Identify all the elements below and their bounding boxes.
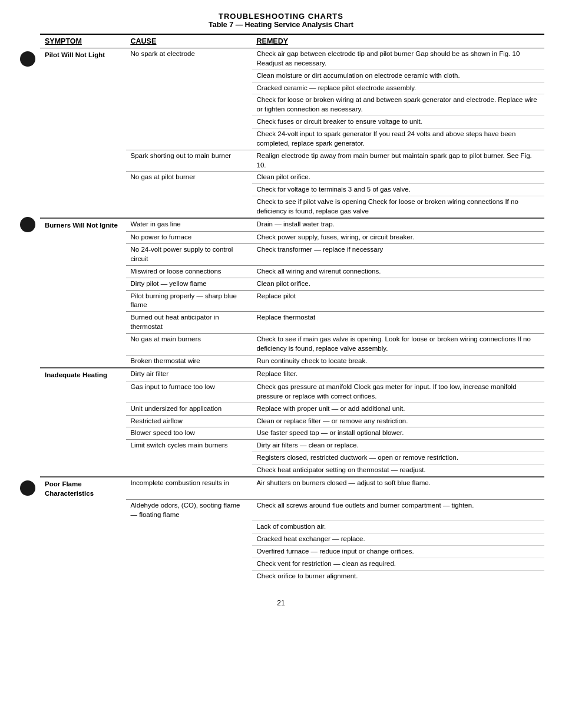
cause-label: Blower speed too low [131, 429, 195, 436]
table-row: No gas at main burnersCheck to see if ma… [40, 333, 544, 355]
remedy-text: Check gas pressure at manifold Clock gas… [257, 383, 517, 400]
remedy-text: Check fuses or circuit breaker to ensure… [257, 118, 422, 125]
cause-label: Dirty air filter [131, 370, 169, 377]
troubleshooting-table: SYMPTOM CAUSE REMEDY Pilot Will Not Ligh… [40, 34, 544, 582]
table-row: Restricted airflowClean or replace filte… [40, 415, 544, 427]
table-row: No gas at pilot burnerClean pilot orific… [40, 172, 544, 184]
remedy-text: Overfired furnace — reduce input or chan… [257, 548, 414, 555]
remedy-text: Check 24-volt input to spark generator I… [257, 130, 516, 147]
remedy-text: Cracked ceramic — replace pilot electrod… [257, 84, 416, 91]
remedy-text: Drain — install water trap. [257, 220, 335, 228]
remedy-text: Clean pilot orifice. [257, 280, 310, 287]
remedy-text: Dirty air filters — clean or replace. [257, 442, 359, 449]
remedy-text: Check vent for restriction — clean as re… [257, 560, 396, 567]
remedy-text: Check air gap between electrode tip and … [257, 50, 520, 67]
main-table-wrapper: SYMPTOM CAUSE REMEDY Pilot Will Not Ligh… [40, 34, 544, 588]
section-bullet [20, 217, 35, 232]
remedy-text: Cracked heat exchanger — replace. [257, 535, 365, 542]
section-bullet [20, 480, 35, 496]
table-row: Check to see if pilot valve is opening C… [40, 196, 544, 218]
table-row: Cracked heat exchanger — replace. [40, 533, 544, 546]
table-row: Limit switch cycles main burnersDirty ai… [40, 440, 544, 452]
remedy-text: Check all screws around flue outlets and… [257, 502, 474, 509]
remedy-text: Check to see if pilot valve is opening C… [257, 198, 518, 215]
table-row: Check fuses or circuit breaker to ensure… [40, 116, 544, 129]
cause-label: Miswired or loose connections [131, 268, 222, 275]
table-row: Blower speed too lowUse faster speed tap… [40, 427, 544, 440]
remedy-text: Replace filter. [257, 370, 298, 377]
table-row: Poor Flame CharacteristicsIncomplete com… [40, 477, 544, 500]
symptom-label: Pilot Will Not Light [45, 51, 105, 58]
cause-label: Water in gas line [131, 220, 181, 228]
remedy-text: Clean moisture or dirt accumulation on e… [257, 72, 460, 79]
remedy-text: Check all wiring and wirenut connections… [257, 268, 381, 275]
table-row: Spark shorting out to main burnerRealign… [40, 150, 544, 172]
section-bullet [20, 51, 35, 67]
remedy-text: Check to see if main gas valve is openin… [257, 335, 531, 352]
table-row: Check for voltage to terminals 3 and 5 o… [40, 184, 544, 196]
table-row: No power to furnaceCheck power supply, f… [40, 232, 544, 244]
table-row: No 24-volt power supply to control circu… [40, 244, 544, 266]
table-row: Aldehyde odors, (CO), sooting flame — fl… [40, 500, 544, 521]
table-row: Dirty pilot — yellow flameClean pilot or… [40, 278, 544, 290]
cause-label: No spark at electrode [131, 50, 195, 57]
page-header: TROUBLESHOOTING CHARTS Table 7 — Heating… [18, 12, 544, 29]
symptom-header: SYMPTOM [40, 34, 126, 48]
remedy-text: Clean pilot orifice. [257, 173, 310, 180]
page-number: 21 [18, 599, 544, 607]
cause-label: Aldehyde odors, (CO), sooting flame — fl… [131, 502, 240, 518]
remedy-text: Clean or replace filter — or remove any … [257, 417, 408, 424]
table-row: Check for loose or broken wiring at and … [40, 94, 544, 116]
remedy-text: Air shutters on burners closed — adjust … [257, 479, 431, 486]
symptom-label: Poor Flame Characteristics [45, 480, 94, 497]
cause-label: Dirty pilot — yellow flame [131, 280, 207, 287]
remedy-text: Replace thermostat [257, 314, 316, 321]
table-row: Pilot burning properly — sharp blue flam… [40, 290, 544, 312]
remedy-text: Check transformer — replace if necessary [257, 246, 384, 253]
remedy-text: Registers closed, restricted ductwork — … [257, 454, 459, 461]
table-row: Check 24-volt input to spark generator I… [40, 129, 544, 150]
remedy-text: Run continuity check to locate break. [257, 357, 368, 364]
table-row: Burners Will Not IgniteWater in gas line… [40, 218, 544, 232]
cause-label: Limit switch cycles main burners [131, 442, 228, 449]
remedy-text: Use faster speed tap — or install option… [257, 429, 404, 436]
cause-label: No 24-volt power supply to control circu… [131, 246, 233, 262]
cause-label: Restricted airflow [131, 417, 183, 424]
cause-label: Pilot burning properly — sharp blue flam… [131, 292, 237, 309]
cause-label: No gas at pilot burner [131, 173, 196, 180]
page-subtitle: Table 7 — Heating Service Analysis Chart [18, 21, 544, 29]
table-row: Registers closed, restricted ductwork — … [40, 452, 544, 465]
remedy-text: Check for voltage to terminals 3 and 5 o… [257, 186, 411, 193]
remedy-text: Check heat anticipator setting on thermo… [257, 466, 426, 473]
bullet-column [18, 34, 40, 582]
table-row: Inadequate HeatingDirty air filterReplac… [40, 368, 544, 381]
table-row: Gas input to furnace too lowCheck gas pr… [40, 381, 544, 403]
table-row: Check orifice to burner alignment. [40, 570, 544, 582]
remedy-text: Replace with proper unit — or add additi… [257, 405, 405, 412]
cause-label: Broken thermostat wire [131, 357, 200, 364]
table-row: Lack of combustion air. [40, 521, 544, 533]
table-row: Cracked ceramic — replace pilot electrod… [40, 82, 544, 94]
table-row: Pilot Will Not LightNo spark at electrod… [40, 48, 544, 70]
cause-label: Spark shorting out to main burner [131, 152, 232, 159]
table-row: Clean moisture or dirt accumulation on e… [40, 70, 544, 82]
page-title: TROUBLESHOOTING CHARTS [18, 12, 544, 21]
cause-label: Unit undersized for application [131, 405, 222, 412]
remedy-text: Realign electrode tip away from main bur… [257, 152, 532, 169]
remedy-text: Check orifice to burner alignment. [257, 572, 358, 579]
remedy-text: Lack of combustion air. [257, 523, 326, 530]
remedy-header: REMEDY [252, 34, 544, 48]
cause-label: Burned out heat anticipator in thermosta… [131, 314, 219, 330]
table-row: Unit undersized for applicationReplace w… [40, 403, 544, 415]
table-row: Check vent for restriction — clean as re… [40, 558, 544, 570]
table-row: Check heat anticipator setting on thermo… [40, 464, 544, 476]
remedy-text: Check for loose or broken wiring at and … [257, 96, 537, 113]
remedy-text: Replace pilot [257, 292, 296, 299]
cause-header: CAUSE [126, 34, 252, 48]
symptom-label: Inadequate Heating [45, 371, 107, 378]
symptom-label: Burners Will Not Ignite [45, 222, 118, 229]
remedy-text: Check power supply, fuses, wiring, or ci… [257, 233, 415, 241]
cause-label: No power to furnace [131, 233, 192, 241]
cause-label: Gas input to furnace too low [131, 383, 215, 390]
table-row: Miswired or loose connectionsCheck all w… [40, 265, 544, 278]
